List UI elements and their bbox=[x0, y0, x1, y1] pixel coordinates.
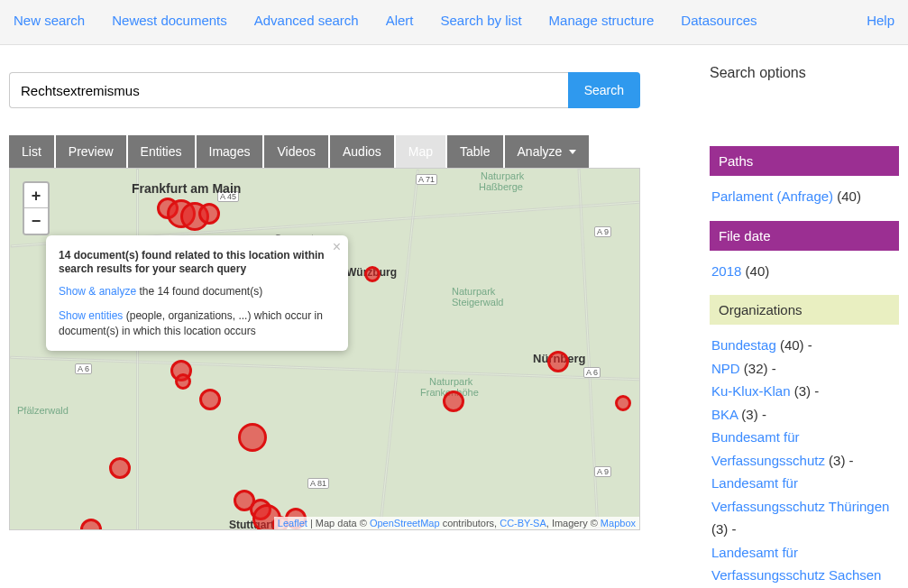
map-marker[interactable] bbox=[615, 395, 631, 411]
place-label: Naturpark bbox=[481, 170, 524, 181]
zoom-in-button[interactable]: + bbox=[24, 183, 48, 208]
facet-item: Parlament (Anfrage) (40) bbox=[711, 185, 897, 208]
place-label: Naturpark bbox=[452, 286, 495, 297]
facet-count: (3) bbox=[794, 383, 811, 399]
facet-link[interactable]: Ku-Klux-Klan bbox=[711, 383, 791, 399]
search-input[interactable] bbox=[9, 72, 568, 108]
map-marker[interactable] bbox=[175, 373, 191, 390]
tab-list[interactable]: List bbox=[9, 135, 54, 168]
facet-paths-list: Parlament (Anfrage) (40) bbox=[710, 176, 899, 208]
search-options-heading: Search options bbox=[710, 63, 899, 81]
nav-newest-docs[interactable]: Newest documents bbox=[98, 0, 241, 44]
popup-show-entities-link[interactable]: Show entities bbox=[59, 309, 123, 322]
nav-manage-structure[interactable]: Manage structure bbox=[536, 0, 668, 44]
facet-link[interactable]: Parlament (Anfrage) bbox=[711, 188, 833, 204]
facet-item: Landesamt für Verfassungsschutz Thüringe… bbox=[711, 472, 897, 541]
facet-count: (3) bbox=[741, 407, 757, 422]
chevron-down-icon bbox=[569, 150, 576, 154]
close-icon[interactable]: × bbox=[333, 239, 341, 255]
facet-link[interactable]: NPD bbox=[711, 361, 740, 376]
search-form: Search bbox=[9, 72, 640, 108]
facet-link[interactable]: BKA bbox=[711, 407, 738, 422]
map-marker[interactable] bbox=[364, 266, 381, 282]
map-marker[interactable] bbox=[199, 389, 221, 410]
facet-remove-dash[interactable]: - bbox=[849, 453, 854, 468]
place-label: Pfälzerwald bbox=[17, 405, 69, 416]
top-navbar: New search Newest documents Advanced sea… bbox=[0, 0, 908, 45]
facet-filedate-header: File date bbox=[710, 221, 899, 251]
tab-preview[interactable]: Preview bbox=[56, 135, 126, 168]
facet-remove-dash[interactable]: - bbox=[814, 383, 819, 399]
place-label: Haßberge bbox=[479, 181, 523, 192]
facet-link[interactable]: Bundestag bbox=[711, 337, 776, 353]
map-popup: × 14 document(s) found related to this l… bbox=[46, 235, 348, 351]
tab-map[interactable]: Map bbox=[396, 135, 445, 168]
facet-item: NPD (32) - bbox=[711, 357, 897, 381]
popup-show-analyze-rest: the 14 found document(s) bbox=[136, 285, 262, 298]
facet-count: (32) bbox=[744, 361, 768, 376]
facet-count: (40) bbox=[780, 337, 804, 353]
facet-item: Bundestag (40) - bbox=[711, 334, 897, 357]
tab-audios[interactable]: Audios bbox=[330, 135, 394, 168]
road-label: A 71 bbox=[416, 174, 437, 185]
facet-link[interactable]: Bundesamt für Verfassungsschutz bbox=[711, 429, 825, 468]
facet-link[interactable]: 2018 bbox=[711, 263, 741, 279]
facet-link[interactable]: Landesamt für Verfassungsschutz Thüringe… bbox=[711, 475, 889, 514]
road-label: A 6 bbox=[583, 367, 601, 378]
facet-count: (40) bbox=[746, 263, 770, 279]
facet-paths-header: Paths bbox=[710, 146, 899, 176]
osm-link[interactable]: OpenStreetMap bbox=[370, 518, 440, 528]
facet-remove-dash[interactable]: - bbox=[732, 521, 737, 537]
facet-organizations-list: Bundestag (40) -NPD (32) -Ku-Klux-Klan (… bbox=[710, 325, 899, 587]
cc-link[interactable]: CC-BY-SA bbox=[500, 518, 546, 528]
tab-analyze[interactable]: Analyze bbox=[505, 135, 590, 168]
facet-item: Ku-Klux-Klan (3) - bbox=[711, 380, 897, 403]
popup-headline: 14 document(s) found related to this loc… bbox=[59, 249, 325, 275]
road-label: A 9 bbox=[594, 226, 611, 237]
nav-alert[interactable]: Alert bbox=[372, 0, 427, 44]
nav-datasources[interactable]: Datasources bbox=[667, 0, 770, 44]
tab-entities[interactable]: Entities bbox=[128, 135, 195, 168]
map-marker[interactable] bbox=[238, 423, 267, 452]
map-marker[interactable] bbox=[198, 203, 220, 225]
facet-remove-dash[interactable]: - bbox=[772, 361, 776, 376]
facet-remove-dash[interactable]: - bbox=[762, 407, 766, 422]
tab-table[interactable]: Table bbox=[447, 135, 502, 168]
facet-link[interactable]: Landesamt für Verfassungsschutz Sachsen bbox=[711, 545, 881, 583]
place-label: Steigerwald bbox=[452, 297, 503, 308]
zoom-control: + − bbox=[23, 181, 50, 235]
facet-item: BKA (3) - bbox=[711, 403, 897, 427]
facet-count: (3) bbox=[711, 521, 728, 537]
nav-search-by-list[interactable]: Search by list bbox=[427, 0, 536, 44]
map-marker[interactable] bbox=[443, 390, 464, 412]
zoom-out-button[interactable]: − bbox=[24, 208, 48, 234]
map-marker[interactable] bbox=[109, 457, 131, 479]
map-attribution: Leaflet | Map data © OpenStreetMap contr… bbox=[274, 517, 639, 529]
facet-count: (3) bbox=[829, 453, 845, 468]
road-label: A 6 bbox=[75, 363, 92, 374]
map-marker[interactable] bbox=[547, 351, 569, 372]
place-label: Naturpark bbox=[429, 376, 472, 387]
city-label-frankfurt: Frankfurt am Main bbox=[132, 181, 241, 196]
mapbox-link[interactable]: Mapbox bbox=[601, 518, 636, 528]
popup-show-analyze-link[interactable]: Show & analyze bbox=[59, 285, 136, 298]
nav-advanced-search[interactable]: Advanced search bbox=[241, 0, 372, 44]
facet-remove-dash[interactable]: - bbox=[808, 337, 812, 353]
search-button[interactable]: Search bbox=[568, 72, 640, 108]
facet-organizations-header: Organizations bbox=[710, 295, 899, 325]
nav-help[interactable]: Help bbox=[853, 0, 908, 44]
facet-item: Landesamt für Verfassungsschutz Sachsen bbox=[711, 541, 897, 587]
result-tabs: List Preview Entities Images Videos Audi… bbox=[9, 135, 640, 168]
map-view[interactable]: A 45 A 71 A 9 A 5 A 6 A 81 A 6 A 9 A 9 F… bbox=[9, 168, 640, 530]
road-label: A 9 bbox=[594, 466, 611, 477]
tab-analyze-label: Analyze bbox=[518, 144, 563, 159]
nav-new-search[interactable]: New search bbox=[0, 0, 98, 44]
road-label: A 81 bbox=[307, 478, 329, 489]
facet-item: 2018 (40) bbox=[711, 260, 897, 283]
tab-videos[interactable]: Videos bbox=[264, 135, 328, 168]
facet-count: (40) bbox=[837, 188, 861, 204]
facet-item: Bundesamt für Verfassungsschutz (3) - bbox=[711, 426, 897, 472]
tab-images[interactable]: Images bbox=[197, 135, 263, 168]
facet-filedate-list: 2018 (40) bbox=[710, 251, 899, 283]
leaflet-link[interactable]: Leaflet bbox=[278, 518, 307, 528]
